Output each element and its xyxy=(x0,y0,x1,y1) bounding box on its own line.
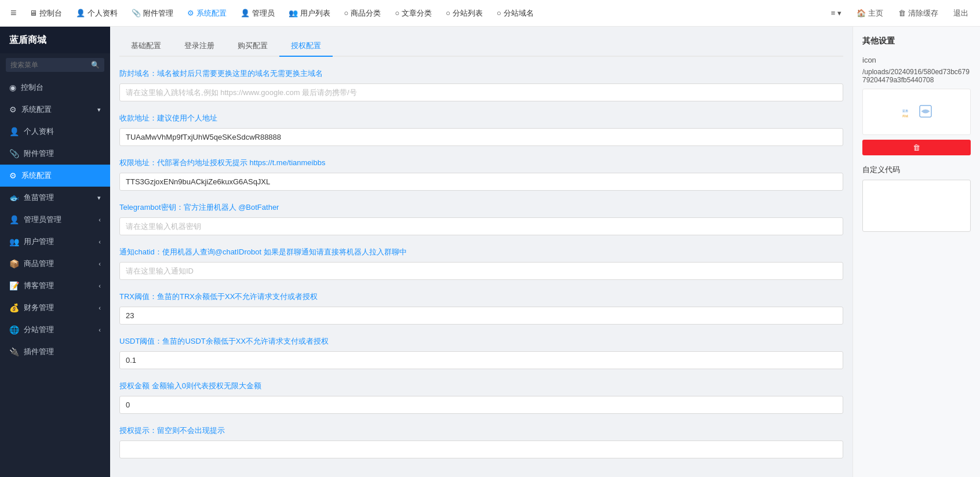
right-panel: 其他设置 icon /uploads/20240916/580ed73bc679… xyxy=(853,27,980,477)
form-container: 防封域名：域名被封后只需要更换这里的域名无需更换主域名收款地址：建议使用个人地址… xyxy=(119,68,843,458)
attachment-sidebar-icon: 📎 xyxy=(9,149,19,158)
sidebar-item-admin-mgmt[interactable]: 👤 管理员管理 ‹ xyxy=(0,209,110,231)
sidebar-item-dashboard[interactable]: ◉ 控制台 xyxy=(0,77,110,99)
dashboard-icon: 🖥 xyxy=(30,9,37,17)
tab-bar: 基础配置 登录注册 购买配置 授权配置 xyxy=(119,36,843,57)
chevron-down-icon-subsite: ‹ xyxy=(99,326,101,333)
form-section-auth-hint: 授权提示：留空则不会出现提示 xyxy=(119,425,843,458)
sidebar-item-plugin-mgmt[interactable]: 🔌 插件管理 xyxy=(0,341,110,363)
nav-userlist[interactable]: 👥 用户列表 xyxy=(283,6,336,21)
nav-admin[interactable]: 👤 管理员 xyxy=(235,6,280,21)
sidebar-search-container: 🔍 xyxy=(0,53,110,77)
tab-login-register[interactable]: 登录注册 xyxy=(173,36,226,57)
delete-icon-button[interactable]: 🗑 xyxy=(862,140,971,155)
clear-cache-button[interactable]: 🗑 清除缓存 xyxy=(892,6,944,21)
input-auth-address[interactable] xyxy=(119,173,843,191)
trash-icon: 🗑 xyxy=(913,143,920,152)
chevron-down-icon-fish: ▾ xyxy=(97,194,101,202)
form-section-telegram-bot-key: Telegrambot密钥：官方注册机器人 @BotFather xyxy=(119,202,843,235)
nav-attachment[interactable]: 📎 附件管理 xyxy=(126,6,179,21)
sidebar-item-product-mgmt[interactable]: 📦 商品管理 ‹ xyxy=(0,253,110,275)
input-trx-threshold[interactable] xyxy=(119,307,843,325)
hamburger-menu[interactable]: ≡ xyxy=(6,5,21,21)
form-section-auth-address: 权限地址：代部署合约地址授权无提示 https://t.me/tianmeibb… xyxy=(119,158,843,191)
product-mgmt-icon: 📦 xyxy=(9,259,19,268)
blog-mgmt-icon: 📝 xyxy=(9,281,19,290)
label-auth-hint: 授权提示：留空则不会出现提示 xyxy=(119,425,843,436)
icon-section-title: icon xyxy=(862,56,971,64)
search-icon: 🔍 xyxy=(91,61,100,69)
finance-mgmt-icon: 💰 xyxy=(9,303,19,312)
form-section-payment-address: 收款地址：建议使用个人地址 xyxy=(119,113,843,146)
user-mgmt-icon: 👥 xyxy=(9,237,19,246)
sidebar-item-subsite-mgmt[interactable]: 🌐 分站管理 ‹ xyxy=(0,319,110,341)
nav-sysconfig[interactable]: ⚙ 系统配置 xyxy=(181,6,232,21)
svg-text:商城: 商城 xyxy=(902,114,908,118)
tab-basic-config[interactable]: 基础配置 xyxy=(119,36,173,57)
brand-logo: 蓝盾商城 xyxy=(0,27,110,53)
nav-dashboard[interactable]: 🖥 控制台 xyxy=(24,6,68,21)
input-payment-address[interactable] xyxy=(119,128,843,146)
sidebar-item-attachment[interactable]: 📎 附件管理 xyxy=(0,143,110,165)
input-telegram-bot-key[interactable] xyxy=(119,217,843,235)
right-panel-title: 其他设置 xyxy=(862,36,971,46)
form-section-anti-block-domain: 防封域名：域名被封后只需要更换这里的域名无需更换主域名 xyxy=(119,68,843,101)
userlist-icon: 👥 xyxy=(289,9,298,17)
admin-mgmt-icon: 👤 xyxy=(9,215,19,224)
logout-button[interactable]: 退出 xyxy=(948,6,974,21)
articlecat-icon: ○ xyxy=(395,9,399,17)
plugin-mgmt-icon: 🔌 xyxy=(9,347,19,356)
icon-preview: 蓝盾 商城 xyxy=(862,89,971,135)
chevron-down-icon: ▾ xyxy=(97,106,101,114)
fish-sidebar-icon: 🐟 xyxy=(9,193,19,202)
form-section-auth-amount: 授权金额 金额输入0则代表授权无限大金额 xyxy=(119,381,843,414)
input-usdt-threshold[interactable] xyxy=(119,351,843,369)
label-usdt-threshold: USDT阈值：鱼苗的USDT余额低于XX不允许请求支付或者授权 xyxy=(119,336,843,347)
input-anti-block-domain[interactable] xyxy=(119,83,843,101)
label-anti-block-domain: 防封域名：域名被封后只需要更换这里的域名无需更换主域名 xyxy=(119,68,843,79)
sidebar-item-user-mgmt[interactable]: 👥 用户管理 ‹ xyxy=(0,231,110,253)
search-wrap: 🔍 xyxy=(6,58,104,72)
sidebar-item-profile[interactable]: 👤 个人资料 xyxy=(0,121,110,143)
subdomain-icon: ○ xyxy=(497,9,501,17)
tab-auth-config[interactable]: 授权配置 xyxy=(279,36,333,57)
search-input[interactable] xyxy=(6,58,104,72)
custom-code-textarea[interactable] xyxy=(862,180,971,232)
main-content: 基础配置 登录注册 购买配置 授权配置 防封域名：域名被封后只需要更换这里的域名… xyxy=(110,27,980,477)
label-notify-chatid: 通知chatid：使用机器人查询@chatIDrobot 如果是群聊通知请直接将… xyxy=(119,247,843,257)
nav-productcat[interactable]: ○ 商品分类 xyxy=(338,6,387,21)
profile-sidebar-icon: 👤 xyxy=(9,127,19,136)
home-button[interactable]: 🏠 主页 xyxy=(851,6,889,21)
label-trx-threshold: TRX阈值：鱼苗的TRX余额低于XX不允许请求支付或者授权 xyxy=(119,292,843,302)
input-notify-chatid[interactable] xyxy=(119,262,843,280)
admin-icon: 👤 xyxy=(241,9,250,17)
nav-profile[interactable]: 👤 个人资料 xyxy=(70,6,123,21)
sidebar-item-sysconfig-active[interactable]: ⚙ 系统配置 xyxy=(0,165,110,187)
nav-articlecat[interactable]: ○ 文章分类 xyxy=(389,6,438,21)
subsite-mgmt-icon: 🌐 xyxy=(9,325,19,334)
sidebar-item-blog-mgmt[interactable]: 📝 博客管理 ‹ xyxy=(0,275,110,297)
chevron-down-icon-blog: ‹ xyxy=(99,282,101,289)
form-section-notify-chatid: 通知chatid：使用机器人查询@chatIDrobot 如果是群聊通知请直接将… xyxy=(119,247,843,280)
input-auth-hint[interactable] xyxy=(119,440,843,458)
profile-icon: 👤 xyxy=(76,9,85,17)
label-payment-address: 收款地址：建议使用个人地址 xyxy=(119,113,843,123)
chevron-down-icon-product: ‹ xyxy=(99,260,101,267)
sidebar-item-sysconfig[interactable]: ⚙ 系统配置 ▾ xyxy=(0,99,110,121)
sidebar-item-finance-mgmt[interactable]: 💰 财务管理 ‹ xyxy=(0,297,110,319)
substation-icon: ○ xyxy=(446,9,450,17)
tab-buy-config[interactable]: 购买配置 xyxy=(226,36,279,57)
more-menu-button[interactable]: ≡ ▾ xyxy=(825,6,847,20)
label-auth-amount: 授权金额 金额输入0则代表授权无限大金额 xyxy=(119,381,843,391)
chevron-down-icon-user: ‹ xyxy=(99,238,101,245)
top-navigation: ≡ 🖥 控制台 👤 个人资料 📎 附件管理 ⚙ 系统配置 👤 管理员 👥 用户列… xyxy=(0,0,980,27)
sysconfig-icon: ⚙ xyxy=(187,9,194,17)
svg-text:蓝盾: 蓝盾 xyxy=(902,109,908,112)
nav-substation[interactable]: ○ 分站列表 xyxy=(440,6,489,21)
attachment-icon: 📎 xyxy=(132,9,141,17)
sidebar-item-fish[interactable]: 🐟 鱼苗管理 ▾ xyxy=(0,187,110,209)
custom-code-label: 自定义代码 xyxy=(862,165,971,175)
icon-path: /uploads/20240916/580ed73bc67979204479a3… xyxy=(862,68,971,84)
nav-subdomain[interactable]: ○ 分站域名 xyxy=(491,6,540,21)
input-auth-amount[interactable] xyxy=(119,396,843,414)
